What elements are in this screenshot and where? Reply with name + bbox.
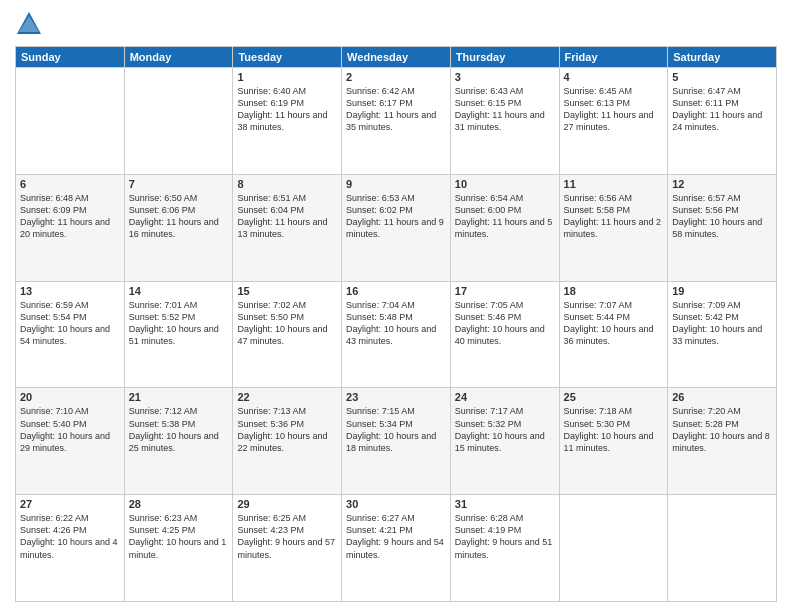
calendar-cell: 6Sunrise: 6:48 AMSunset: 6:09 PMDaylight… [16, 174, 125, 281]
calendar-cell: 31Sunrise: 6:28 AMSunset: 4:19 PMDayligh… [450, 495, 559, 602]
calendar-cell: 15Sunrise: 7:02 AMSunset: 5:50 PMDayligh… [233, 281, 342, 388]
calendar-cell: 10Sunrise: 6:54 AMSunset: 6:00 PMDayligh… [450, 174, 559, 281]
calendar-cell: 7Sunrise: 6:50 AMSunset: 6:06 PMDaylight… [124, 174, 233, 281]
day-info: Sunrise: 6:25 AMSunset: 4:23 PMDaylight:… [237, 512, 337, 561]
calendar-cell: 26Sunrise: 7:20 AMSunset: 5:28 PMDayligh… [668, 388, 777, 495]
calendar-cell [668, 495, 777, 602]
day-number: 17 [455, 285, 555, 297]
day-info: Sunrise: 7:01 AMSunset: 5:52 PMDaylight:… [129, 299, 229, 348]
calendar-cell: 19Sunrise: 7:09 AMSunset: 5:42 PMDayligh… [668, 281, 777, 388]
calendar-cell: 9Sunrise: 6:53 AMSunset: 6:02 PMDaylight… [342, 174, 451, 281]
calendar-cell: 18Sunrise: 7:07 AMSunset: 5:44 PMDayligh… [559, 281, 668, 388]
calendar-cell: 12Sunrise: 6:57 AMSunset: 5:56 PMDayligh… [668, 174, 777, 281]
day-info: Sunrise: 7:15 AMSunset: 5:34 PMDaylight:… [346, 405, 446, 454]
logo [15, 10, 47, 38]
day-number: 4 [564, 71, 664, 83]
day-info: Sunrise: 7:09 AMSunset: 5:42 PMDaylight:… [672, 299, 772, 348]
day-info: Sunrise: 6:23 AMSunset: 4:25 PMDaylight:… [129, 512, 229, 561]
day-number: 2 [346, 71, 446, 83]
calendar-cell: 28Sunrise: 6:23 AMSunset: 4:25 PMDayligh… [124, 495, 233, 602]
weekday-header: Wednesday [342, 47, 451, 68]
logo-icon [15, 10, 43, 38]
day-info: Sunrise: 7:07 AMSunset: 5:44 PMDaylight:… [564, 299, 664, 348]
day-number: 31 [455, 498, 555, 510]
calendar-cell: 8Sunrise: 6:51 AMSunset: 6:04 PMDaylight… [233, 174, 342, 281]
calendar-week-row: 20Sunrise: 7:10 AMSunset: 5:40 PMDayligh… [16, 388, 777, 495]
day-info: Sunrise: 6:56 AMSunset: 5:58 PMDaylight:… [564, 192, 664, 241]
weekday-header: Monday [124, 47, 233, 68]
calendar-cell [124, 68, 233, 175]
day-info: Sunrise: 7:10 AMSunset: 5:40 PMDaylight:… [20, 405, 120, 454]
calendar-cell: 25Sunrise: 7:18 AMSunset: 5:30 PMDayligh… [559, 388, 668, 495]
day-number: 28 [129, 498, 229, 510]
day-info: Sunrise: 6:27 AMSunset: 4:21 PMDaylight:… [346, 512, 446, 561]
day-number: 25 [564, 391, 664, 403]
day-number: 6 [20, 178, 120, 190]
day-number: 12 [672, 178, 772, 190]
day-info: Sunrise: 6:54 AMSunset: 6:00 PMDaylight:… [455, 192, 555, 241]
day-number: 15 [237, 285, 337, 297]
day-number: 10 [455, 178, 555, 190]
day-info: Sunrise: 7:18 AMSunset: 5:30 PMDaylight:… [564, 405, 664, 454]
calendar-cell [16, 68, 125, 175]
day-number: 16 [346, 285, 446, 297]
calendar-cell: 14Sunrise: 7:01 AMSunset: 5:52 PMDayligh… [124, 281, 233, 388]
calendar-cell: 20Sunrise: 7:10 AMSunset: 5:40 PMDayligh… [16, 388, 125, 495]
calendar-cell: 13Sunrise: 6:59 AMSunset: 5:54 PMDayligh… [16, 281, 125, 388]
day-info: Sunrise: 7:04 AMSunset: 5:48 PMDaylight:… [346, 299, 446, 348]
calendar-cell: 22Sunrise: 7:13 AMSunset: 5:36 PMDayligh… [233, 388, 342, 495]
day-info: Sunrise: 6:50 AMSunset: 6:06 PMDaylight:… [129, 192, 229, 241]
weekday-row: SundayMondayTuesdayWednesdayThursdayFrid… [16, 47, 777, 68]
day-number: 23 [346, 391, 446, 403]
calendar-cell: 4Sunrise: 6:45 AMSunset: 6:13 PMDaylight… [559, 68, 668, 175]
day-info: Sunrise: 6:48 AMSunset: 6:09 PMDaylight:… [20, 192, 120, 241]
calendar-week-row: 13Sunrise: 6:59 AMSunset: 5:54 PMDayligh… [16, 281, 777, 388]
day-info: Sunrise: 6:42 AMSunset: 6:17 PMDaylight:… [346, 85, 446, 134]
day-info: Sunrise: 7:17 AMSunset: 5:32 PMDaylight:… [455, 405, 555, 454]
day-info: Sunrise: 6:45 AMSunset: 6:13 PMDaylight:… [564, 85, 664, 134]
day-info: Sunrise: 7:05 AMSunset: 5:46 PMDaylight:… [455, 299, 555, 348]
calendar-cell: 23Sunrise: 7:15 AMSunset: 5:34 PMDayligh… [342, 388, 451, 495]
day-number: 21 [129, 391, 229, 403]
calendar-cell: 21Sunrise: 7:12 AMSunset: 5:38 PMDayligh… [124, 388, 233, 495]
day-info: Sunrise: 7:02 AMSunset: 5:50 PMDaylight:… [237, 299, 337, 348]
day-info: Sunrise: 6:28 AMSunset: 4:19 PMDaylight:… [455, 512, 555, 561]
day-info: Sunrise: 7:13 AMSunset: 5:36 PMDaylight:… [237, 405, 337, 454]
calendar-cell: 2Sunrise: 6:42 AMSunset: 6:17 PMDaylight… [342, 68, 451, 175]
calendar-cell: 24Sunrise: 7:17 AMSunset: 5:32 PMDayligh… [450, 388, 559, 495]
day-number: 18 [564, 285, 664, 297]
day-info: Sunrise: 6:53 AMSunset: 6:02 PMDaylight:… [346, 192, 446, 241]
calendar-table: SundayMondayTuesdayWednesdayThursdayFrid… [15, 46, 777, 602]
calendar-cell: 30Sunrise: 6:27 AMSunset: 4:21 PMDayligh… [342, 495, 451, 602]
calendar-cell: 29Sunrise: 6:25 AMSunset: 4:23 PMDayligh… [233, 495, 342, 602]
day-number: 3 [455, 71, 555, 83]
day-info: Sunrise: 7:20 AMSunset: 5:28 PMDaylight:… [672, 405, 772, 454]
day-number: 27 [20, 498, 120, 510]
header [15, 10, 777, 38]
day-number: 29 [237, 498, 337, 510]
calendar-header: SundayMondayTuesdayWednesdayThursdayFrid… [16, 47, 777, 68]
weekday-header: Friday [559, 47, 668, 68]
calendar-cell: 1Sunrise: 6:40 AMSunset: 6:19 PMDaylight… [233, 68, 342, 175]
day-number: 5 [672, 71, 772, 83]
day-info: Sunrise: 6:47 AMSunset: 6:11 PMDaylight:… [672, 85, 772, 134]
calendar-cell: 3Sunrise: 6:43 AMSunset: 6:15 PMDaylight… [450, 68, 559, 175]
page: SundayMondayTuesdayWednesdayThursdayFrid… [0, 0, 792, 612]
calendar-week-row: 6Sunrise: 6:48 AMSunset: 6:09 PMDaylight… [16, 174, 777, 281]
weekday-header: Sunday [16, 47, 125, 68]
calendar-cell [559, 495, 668, 602]
day-number: 20 [20, 391, 120, 403]
weekday-header: Saturday [668, 47, 777, 68]
day-info: Sunrise: 6:57 AMSunset: 5:56 PMDaylight:… [672, 192, 772, 241]
day-number: 30 [346, 498, 446, 510]
calendar-cell: 5Sunrise: 6:47 AMSunset: 6:11 PMDaylight… [668, 68, 777, 175]
weekday-header: Thursday [450, 47, 559, 68]
day-info: Sunrise: 6:43 AMSunset: 6:15 PMDaylight:… [455, 85, 555, 134]
day-number: 19 [672, 285, 772, 297]
day-info: Sunrise: 6:22 AMSunset: 4:26 PMDaylight:… [20, 512, 120, 561]
day-info: Sunrise: 7:12 AMSunset: 5:38 PMDaylight:… [129, 405, 229, 454]
day-info: Sunrise: 6:51 AMSunset: 6:04 PMDaylight:… [237, 192, 337, 241]
day-info: Sunrise: 6:59 AMSunset: 5:54 PMDaylight:… [20, 299, 120, 348]
calendar-week-row: 27Sunrise: 6:22 AMSunset: 4:26 PMDayligh… [16, 495, 777, 602]
day-number: 14 [129, 285, 229, 297]
